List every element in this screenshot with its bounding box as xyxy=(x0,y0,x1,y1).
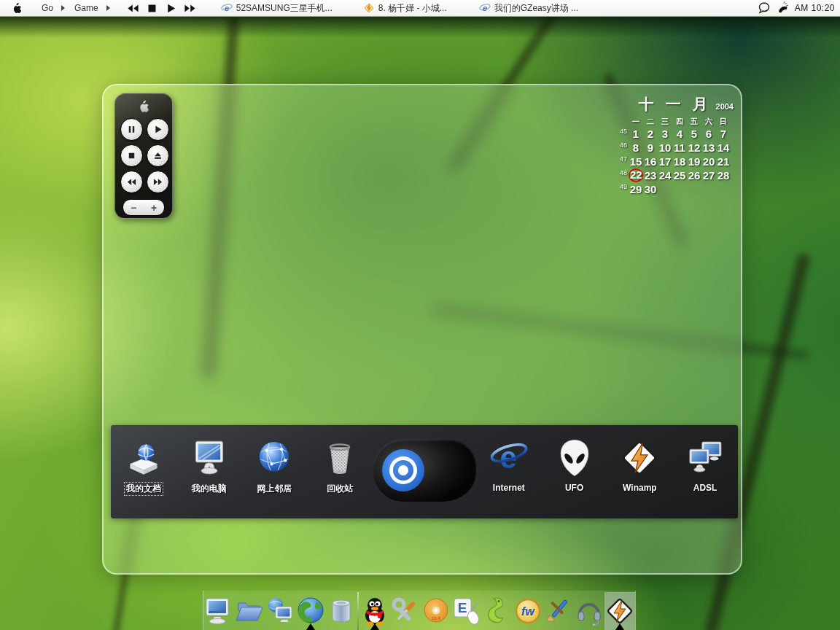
dock-item-cdr[interactable]: CD-R xyxy=(421,592,451,630)
internet-globe-icon xyxy=(296,596,325,626)
menu-bar: Go Game e 52SAMSUNG三星手机... 8. 杨千嬅 - 小城..… xyxy=(0,0,840,17)
alien-icon xyxy=(555,438,594,478)
launcher-item-adsl[interactable]: ADSL xyxy=(672,438,738,493)
menu-go[interactable]: Go xyxy=(42,3,53,13)
calendar-day xyxy=(658,182,672,196)
dock-item-folder[interactable] xyxy=(234,592,265,630)
stop-button[interactable] xyxy=(146,4,158,13)
eject-button[interactable] xyxy=(147,144,169,167)
calendar-day: 5 xyxy=(687,127,701,141)
dock-item-internet-globe[interactable] xyxy=(295,592,326,630)
menu-game[interactable]: Game xyxy=(74,3,98,13)
adsl-icon xyxy=(685,438,725,478)
calendar-day: 13 xyxy=(701,141,716,155)
volume-up-button[interactable]: + xyxy=(151,203,157,213)
rewind-button[interactable] xyxy=(120,171,143,193)
qq-penguin-icon xyxy=(360,596,389,626)
calendar-day: 22 xyxy=(629,168,643,182)
calendar-day: 19 xyxy=(687,155,701,168)
chevron-right-icon xyxy=(106,5,110,11)
dock-item-recycle-bin[interactable] xyxy=(326,592,357,630)
launcher-item-label: 我的文档 xyxy=(125,483,163,495)
switch-knob[interactable] xyxy=(382,449,424,491)
week-number: 49 xyxy=(618,183,627,190)
remote-buttons xyxy=(120,118,168,193)
chat-bubble-icon[interactable] xyxy=(758,1,771,15)
power-switch[interactable] xyxy=(373,439,476,502)
launcher-item-recycle-bin[interactable]: 回收站 xyxy=(307,438,373,495)
calendar-day: 21 xyxy=(716,155,731,168)
launcher-item-my-computer[interactable]: 我的电脑 xyxy=(176,438,242,495)
calendar-day: 11 xyxy=(672,141,687,155)
dock-item-gecko[interactable] xyxy=(482,592,513,630)
launcher-item-label: ADSL xyxy=(693,483,718,493)
calendar-day: 16 xyxy=(643,155,658,168)
svg-text:e: e xyxy=(225,4,229,12)
calendar-day: 6 xyxy=(701,127,716,141)
calendar-day xyxy=(687,182,701,196)
winamp-icon xyxy=(605,596,634,626)
launcher-item-ufo[interactable]: UFO xyxy=(542,438,607,493)
taskbar-item[interactable]: 8. 杨千嬅 - 小城... xyxy=(363,2,447,15)
svg-text:fw: fw xyxy=(521,605,535,618)
gecko-icon xyxy=(483,596,512,626)
editor-icon: E xyxy=(452,596,481,626)
calendar-day: 14 xyxy=(716,141,731,155)
remote-widget: − + xyxy=(114,93,173,219)
dock-item-my-computer[interactable] xyxy=(203,592,234,630)
stop-button[interactable] xyxy=(120,144,143,167)
svg-text:e: e xyxy=(483,4,487,12)
calendar-week: 4715161718192021 xyxy=(618,155,736,168)
taskbar-item-label: 52SAMSUNG三星手机... xyxy=(236,2,332,15)
svg-text:CD-R: CD-R xyxy=(432,616,441,621)
calendar-day: 3 xyxy=(658,127,672,141)
wallpaper-shadow xyxy=(0,16,840,38)
dock-item-network-places[interactable] xyxy=(265,592,295,630)
dock-item-editor[interactable]: E xyxy=(451,592,482,630)
volume-control[interactable]: − + xyxy=(122,199,165,216)
launcher-item-my-documents[interactable]: 我的文档 xyxy=(111,438,176,495)
launcher-item-network-places[interactable]: 网上邻居 xyxy=(242,438,308,495)
internet-explorer-icon: e xyxy=(489,438,529,478)
taskbar-item[interactable]: e 我们的GZeasy讲场 ... xyxy=(479,2,578,15)
pause-button[interactable] xyxy=(120,118,143,141)
system-tray: AM 10:20 xyxy=(752,1,835,15)
dock-item-winamp[interactable] xyxy=(604,592,635,630)
calendar-year: 2004 xyxy=(716,102,734,111)
glass-panel: − + 十 一 月 2004 一二三四五六日 451234567 4689101… xyxy=(102,84,742,575)
calendar-week: 492930 xyxy=(618,182,736,196)
fast-forward-button[interactable] xyxy=(147,171,169,193)
launcher-item-label: UFO xyxy=(565,483,583,493)
network-places-icon xyxy=(254,438,294,478)
calendar-day: 2 xyxy=(643,127,658,141)
dock-item-paint-tools[interactable] xyxy=(543,592,574,630)
recycle-bin-icon xyxy=(320,438,359,478)
fast-forward-button[interactable] xyxy=(184,4,196,13)
calendar-day: 15 xyxy=(629,155,643,168)
calendar-day: 29 xyxy=(629,182,643,196)
ie-icon: e xyxy=(221,2,233,14)
dock-item-fireworks[interactable]: fw xyxy=(513,592,543,630)
calendar-day: 27 xyxy=(701,168,716,182)
dock-item-tools[interactable] xyxy=(390,592,421,630)
volume-down-button[interactable]: − xyxy=(131,203,136,213)
play-button[interactable] xyxy=(147,118,169,141)
dock-item-headphones[interactable] xyxy=(574,592,604,630)
rewind-button[interactable] xyxy=(127,4,139,13)
calendar-day: 1 xyxy=(629,127,643,141)
launcher-item-internet[interactable]: e Internet xyxy=(476,438,542,493)
launcher-item-label: 网上邻居 xyxy=(257,483,292,495)
dock: CD-R E fw xyxy=(203,591,636,630)
svg-text:E: E xyxy=(458,600,467,615)
launcher-item-winamp[interactable]: Winamp xyxy=(607,438,673,493)
phone-icon[interactable] xyxy=(776,1,789,15)
apple-menu-icon[interactable] xyxy=(12,2,23,15)
dock-item-qq[interactable] xyxy=(359,592,390,630)
running-indicator xyxy=(370,623,379,630)
taskbar-item[interactable]: e 52SAMSUNG三星手机... xyxy=(221,2,332,15)
calendar-day: 17 xyxy=(658,155,672,168)
calendar-week: 4822232425262728 xyxy=(618,168,736,182)
week-number: 45 xyxy=(618,128,627,135)
headphones-icon xyxy=(575,596,604,626)
play-button[interactable] xyxy=(165,4,177,13)
